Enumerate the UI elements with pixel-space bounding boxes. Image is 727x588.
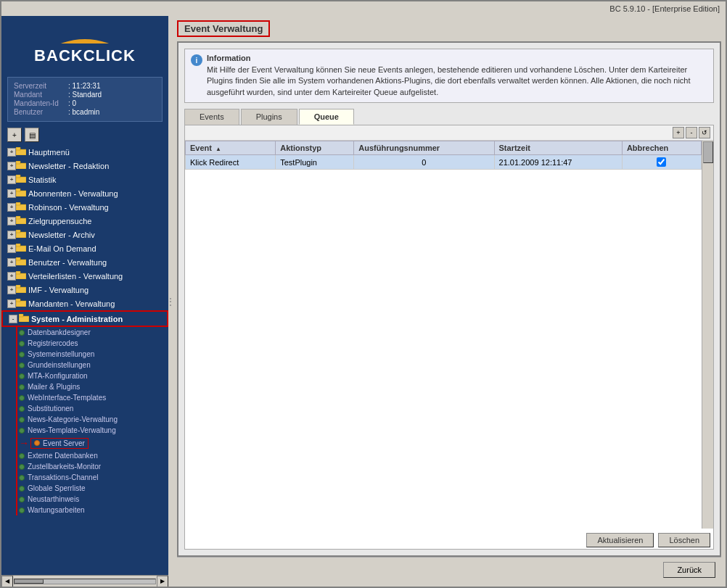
- scroll-track[interactable]: [14, 579, 156, 584]
- svg-rect-23: [16, 285, 20, 288]
- tab-plugins[interactable]: Plugins: [241, 109, 297, 125]
- sidebar-subitem-webinterface-templates[interactable]: WebInterface-Templates: [1, 392, 168, 403]
- tabs-container: Events Plugins Queue: [184, 109, 714, 125]
- sidebar-item-sysadmin-label: System - Administration: [31, 315, 123, 323]
- expand-icon: +: [7, 244, 16, 253]
- sidebar-subitem-externe-datenbanken[interactable]: Externe Datenbanken: [1, 450, 168, 461]
- info-content: Information Mit Hilfe der Event Verwaltu…: [207, 54, 707, 98]
- sidebar-subitem-grundeinstellungen[interactable]: Grundeinstellungen: [1, 360, 168, 370]
- scroll-left-button[interactable]: ◀: [1, 576, 13, 587]
- sidebar-logo: BACKCLICK: [1, 16, 168, 74]
- server-info-box: Serverzeit : 11:23:31 Mandant : Standard…: [7, 77, 163, 122]
- mandant-label: Mandant: [14, 91, 68, 99]
- svg-rect-15: [16, 230, 20, 233]
- sidebar-item-newsletter-archiv[interactable]: + Newsletter - Archiv: [1, 228, 168, 241]
- svg-rect-11: [16, 202, 20, 205]
- folder-icon: [16, 244, 26, 253]
- sidebar-subitem-mta-konfiguration[interactable]: MTA-Konfiguration: [1, 370, 168, 381]
- sidebar-subitem-news-template-verwaltung[interactable]: News-Template-Verwaltung: [1, 425, 168, 436]
- sidebar-menu[interactable]: + Hauptmenü + Newsletter - Redaktion: [1, 145, 168, 575]
- svg-rect-21: [16, 271, 20, 274]
- sidebar-item-label: Verteilerlisten - Verwaltung: [28, 272, 123, 281]
- scroll-thumb[interactable]: [15, 579, 44, 584]
- benutzer-label: Benutzer: [14, 108, 68, 116]
- col-header-aktionstyp[interactable]: Aktionstyp: [276, 141, 354, 155]
- red-vertical-line: [16, 327, 17, 515]
- sidebar-item-label: Robinson - Verwaltung: [28, 203, 109, 212]
- sidebar-subitem-mailer-plugins[interactable]: Mailer & Plugins: [1, 381, 168, 392]
- sidebar-subitem-neustarthinweis[interactable]: Neustarthinweis: [1, 494, 168, 505]
- sidebar-subitem-wartungsarbeiten[interactable]: Wartungsarbeiten: [1, 505, 168, 515]
- col-header-event[interactable]: Event ▲: [186, 141, 276, 155]
- sidebar-item-zielgruppensuche[interactable]: + Zielgruppensuche: [1, 214, 168, 228]
- loeschen-button[interactable]: Löschen: [658, 533, 710, 547]
- table-scroll-thumb[interactable]: [703, 141, 713, 163]
- sidebar-item-email-on-demand[interactable]: + E-Mail On Demand: [1, 241, 168, 255]
- col-header-startzeit[interactable]: Startzeit: [494, 141, 622, 155]
- queue-table: Event ▲ Aktionstyp Ausführungsnummer: [185, 141, 702, 170]
- sidebar-item-robinson-verwaltung[interactable]: + Robinson - Verwaltung: [1, 200, 168, 214]
- sidebar-subitem-globale-sperrliste[interactable]: Globale Sperrliste: [1, 483, 168, 494]
- folder-icon: [16, 189, 26, 198]
- abbrechen-checkbox[interactable]: [657, 157, 666, 167]
- bullet-icon: [19, 497, 25, 502]
- sidebar-item-verteilerlisten-verwaltung[interactable]: + Verteilerlisten - Verwaltung: [1, 269, 168, 283]
- sidebar-item-label: Benutzer - Verwaltung: [28, 258, 107, 267]
- sidebar-subitem-substitutionen[interactable]: Substitutionen: [1, 403, 168, 414]
- sidebar-item-mandanten-verwaltung[interactable]: + Mandanten - Verwaltung: [1, 297, 168, 310]
- folder-icon: [16, 216, 26, 225]
- sidebar-item-system-administration[interactable]: - System - Administration: [1, 310, 168, 327]
- main-panel: i Information Mit Hilfe der Event Verwal…: [177, 41, 721, 557]
- remove-row-button[interactable]: -: [686, 127, 697, 138]
- sidebar-horizontal-scrollbar[interactable]: ◀ ▶: [1, 575, 168, 587]
- bullet-icon: [19, 395, 25, 401]
- sidebar-subitem-event-server[interactable]: → Event Server: [1, 436, 168, 450]
- view-button[interactable]: ▤: [25, 128, 39, 142]
- sidebar-subitem-transaktions-channel[interactable]: Transaktions-Channel: [1, 472, 168, 483]
- add-row-button[interactable]: +: [673, 127, 684, 138]
- expand-icon: +: [7, 258, 16, 267]
- aktualisieren-button[interactable]: Aktualisieren: [586, 533, 654, 547]
- tab-queue[interactable]: Queue: [299, 109, 354, 125]
- svg-rect-25: [16, 299, 20, 302]
- table-row[interactable]: Klick Redirect TestPlugin 0 21.01.2009 1…: [186, 155, 702, 170]
- sidebar-subitem-zustellbarkeits-monitor[interactable]: Zustellbarkeits-Monitor: [1, 461, 168, 472]
- table-scroll-area[interactable]: Event ▲ Aktionstyp Ausführungsnummer: [185, 141, 713, 529]
- sidebar-item-statistik[interactable]: + Statistik: [1, 173, 168, 186]
- svg-rect-19: [16, 257, 20, 260]
- sidebar-item-imf-verwaltung[interactable]: + IMF - Verwaltung: [1, 283, 168, 297]
- svg-rect-5: [16, 161, 20, 164]
- cell-abbrechen[interactable]: [622, 155, 701, 170]
- bottom-bar: Zurück: [177, 557, 721, 582]
- tab-events[interactable]: Events: [184, 109, 239, 125]
- add-button[interactable]: +: [7, 128, 22, 142]
- event-server-label: Event Server: [43, 439, 85, 447]
- bullet-icon: [19, 508, 25, 513]
- sidebar-subitem-systemeinstellungen[interactable]: Systemeinstellungen: [1, 349, 168, 360]
- expand-icon: +: [7, 189, 16, 198]
- content-area: Event Verwaltung i Information Mit Hilfe…: [173, 16, 726, 587]
- bullet-icon: [19, 352, 25, 357]
- expand-icon: +: [7, 175, 16, 184]
- sidebar-item-benutzer-verwaltung[interactable]: + Benutzer - Verwaltung: [1, 255, 168, 269]
- sidebar-subitem-registriercodes[interactable]: Registriercodes: [1, 338, 168, 349]
- version-text: BC 5.9.10 - [Enterprise Edition]: [609, 4, 720, 13]
- info-section-label: Information: [207, 54, 707, 62]
- sidebar-subitem-news-kategorie-verwaltung[interactable]: News-Kategorie-Verwaltung: [1, 414, 168, 425]
- col-header-ausfuehrungsnummer[interactable]: Ausführungsnummer: [354, 141, 494, 155]
- sidebar-subitem-datenbankdesigner[interactable]: Datenbankdesigner: [1, 327, 168, 338]
- sidebar-item-newsletter-redaktion[interactable]: + Newsletter - Redaktion: [1, 159, 168, 173]
- scroll-right-button[interactable]: ▶: [157, 576, 168, 587]
- sidebar-item-hauptmenu[interactable]: + Hauptmenü: [1, 145, 168, 159]
- sidebar-item-abonnenten-verwaltung[interactable]: + Abonnenten - Verwaltung: [1, 186, 168, 200]
- refresh-table-button[interactable]: ↺: [699, 127, 710, 138]
- table-vertical-scrollbar[interactable]: [702, 141, 713, 529]
- svg-rect-3: [16, 147, 20, 150]
- sidebar-item-label: Zielgruppensuche: [28, 217, 91, 225]
- sidebar: BACKCLICK Serverzeit : 11:23:31 Mandant …: [1, 16, 168, 587]
- col-header-abbrechen[interactable]: Abbrechen: [622, 141, 701, 155]
- expand-icon: +: [7, 162, 16, 170]
- folder-icon-hauptmenu: [16, 147, 26, 157]
- zurueck-button[interactable]: Zurück: [663, 562, 715, 578]
- bullet-icon: [19, 453, 25, 459]
